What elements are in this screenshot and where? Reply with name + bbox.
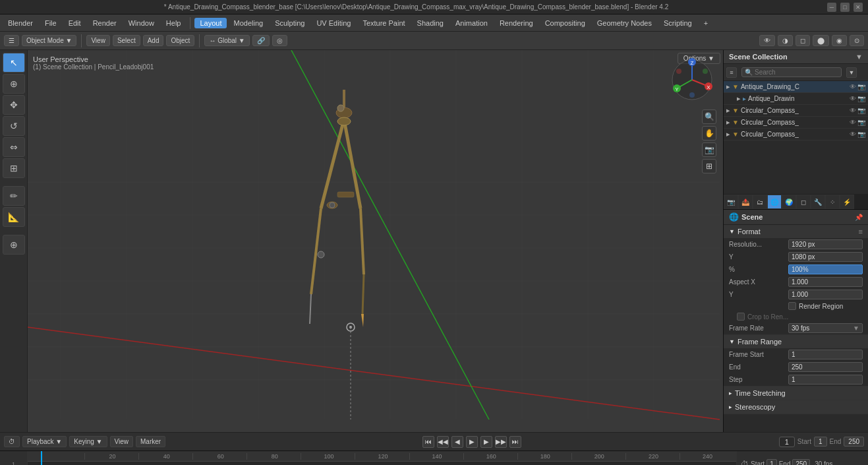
prop-tab-object[interactable]: ◻: [796, 195, 811, 209]
select-menu[interactable]: Select: [113, 35, 140, 46]
xray-button[interactable]: ◑: [778, 35, 793, 46]
next-keyframe-button[interactable]: ▶▶: [495, 436, 507, 448]
menu-modeling[interactable]: Modeling: [228, 18, 268, 28]
transform-tool-button[interactable]: ⊞: [3, 158, 25, 178]
camera-icon[interactable]: 📷: [857, 83, 865, 90]
skip-back-button[interactable]: ⏮: [422, 436, 434, 448]
prev-keyframe-button[interactable]: ◀◀: [437, 436, 449, 448]
next-frame-button[interactable]: ▶: [480, 436, 492, 448]
stereoscopy-header[interactable]: ▸ Stereoscopy: [724, 400, 868, 414]
outliner-item-scene[interactable]: ▸ ▼ Antique_Drawing_C 👁 📷: [724, 81, 868, 93]
eye-icon[interactable]: 👁: [850, 83, 856, 90]
pan-button[interactable]: ✋: [702, 126, 716, 140]
skip-forward-button[interactable]: ⏭: [509, 436, 521, 448]
menu-sculpting[interactable]: Sculpting: [270, 18, 310, 28]
resolution-x-value[interactable]: 1920 px: [788, 239, 863, 249]
prop-tab-view-layer[interactable]: 🗂: [753, 195, 767, 209]
viewport-shading-wire[interactable]: ◻: [796, 35, 810, 46]
prop-tab-modifier[interactable]: 🔧: [811, 195, 825, 209]
close-button[interactable]: ✕: [854, 3, 863, 12]
menu-blender[interactable]: Blender: [3, 18, 38, 28]
pin-icon[interactable]: 📌: [855, 214, 863, 221]
menu-animation[interactable]: Animation: [450, 18, 493, 28]
outliner-search-input[interactable]: [755, 69, 838, 76]
menu-edit[interactable]: Edit: [63, 18, 86, 28]
grid-view-button[interactable]: ⊞: [702, 159, 716, 173]
timeline-track-area[interactable]: [28, 462, 736, 465]
eye-icon-3[interactable]: 👁: [850, 107, 856, 114]
time-stretching-header[interactable]: ▸ Time Stretching: [724, 387, 868, 400]
prop-tab-scene[interactable]: 🌐: [767, 195, 782, 209]
prop-tab-render[interactable]: 📷: [724, 195, 738, 209]
start-frame-val[interactable]: 1: [767, 459, 777, 465]
menu-layout[interactable]: Layout: [194, 18, 227, 28]
view-menu[interactable]: View: [86, 35, 110, 46]
outliner-display-mode[interactable]: ≡: [726, 67, 737, 78]
keying-menu[interactable]: Keying ▼: [69, 436, 107, 447]
prop-tab-output[interactable]: 📤: [738, 195, 753, 209]
menu-window[interactable]: Window: [123, 18, 159, 28]
minimize-button[interactable]: ─: [827, 3, 836, 12]
camera-icon-4[interactable]: 📷: [857, 119, 865, 126]
frame-range-header[interactable]: ▼ Frame Range: [724, 335, 868, 348]
viewport-shading-render[interactable]: ⊙: [850, 35, 864, 46]
menu-geometry-nodes[interactable]: Geometry Nodes: [592, 18, 657, 28]
start-frame-field[interactable]: 1: [814, 437, 827, 447]
outliner-filter-button[interactable]: ▼: [846, 67, 857, 78]
menu-uv-editing[interactable]: UV Editing: [311, 18, 356, 28]
move-tool-button[interactable]: ✥: [3, 95, 25, 115]
editor-type-button[interactable]: ☰: [4, 35, 19, 46]
eye-icon-2[interactable]: 👁: [850, 95, 856, 102]
eye-icon-5[interactable]: 👁: [850, 131, 856, 138]
viewport[interactable]: User Perspective (1) Scene Collection | …: [28, 50, 723, 432]
playback-menu[interactable]: Playback ▼: [22, 436, 67, 447]
camera-view-button[interactable]: 📷: [702, 142, 716, 157]
frame-rate-value[interactable]: 30 fps ▼: [788, 323, 863, 333]
prop-tab-particle[interactable]: ⁘: [825, 195, 840, 209]
camera-icon-3[interactable]: 📷: [857, 107, 865, 114]
end-frame-field[interactable]: 250: [844, 437, 864, 447]
add-menu[interactable]: Add: [143, 35, 164, 46]
timeline-cursor[interactable]: [41, 451, 42, 465]
outliner-item-antique[interactable]: ▸ ▸ Antique_Drawin 👁 📷: [724, 93, 868, 105]
timeline-main[interactable]: 20 40 60 80 100 120 140 160 180 200 220 …: [28, 451, 736, 465]
outliner-item-circular-3[interactable]: ▸ ▼ Circular_Compass_ 👁 📷: [724, 129, 868, 140]
camera-icon-5[interactable]: 📷: [857, 131, 865, 138]
timeline-editor-type[interactable]: ⏱: [4, 436, 20, 447]
annotate-tool-button[interactable]: ✏: [3, 186, 25, 206]
prop-tab-physics[interactable]: ⚡: [840, 195, 854, 209]
add-cube-button[interactable]: ⊕: [3, 235, 25, 255]
outliner-filter-icon[interactable]: ▼: [855, 53, 863, 61]
rotate-tool-button[interactable]: ↺: [3, 116, 25, 136]
frame-start-value[interactable]: 1: [788, 350, 863, 359]
menu-rendering[interactable]: Rendering: [494, 18, 538, 28]
resolution-percent-value[interactable]: 100%: [788, 264, 863, 274]
menu-help[interactable]: Help: [161, 18, 187, 28]
prev-frame-button[interactable]: ◀: [451, 436, 463, 448]
viewport-shading-solid[interactable]: ⬤: [813, 35, 829, 46]
measure-tool-button[interactable]: 📐: [3, 207, 25, 227]
menu-texture-paint[interactable]: Texture Paint: [357, 18, 410, 28]
menu-add-workspace[interactable]: +: [699, 18, 713, 28]
menu-render[interactable]: Render: [88, 18, 122, 28]
crop-render-checkbox[interactable]: [737, 313, 745, 321]
frame-end-value[interactable]: 250: [788, 362, 863, 372]
camera-icon-2[interactable]: 📷: [857, 95, 865, 102]
aspect-y-value[interactable]: 1.000: [788, 290, 863, 299]
menu-shading[interactable]: Shading: [412, 18, 449, 28]
menu-compositing[interactable]: Compositing: [540, 18, 591, 28]
frame-step-value[interactable]: 1: [788, 375, 863, 385]
outliner-item-circular-2[interactable]: ▸ ▼ Circular_Compass_ 👁 📷: [724, 117, 868, 129]
eye-icon-4[interactable]: 👁: [850, 119, 856, 126]
transform-dropdown[interactable]: ↔ Global ▼: [204, 35, 249, 46]
object-menu[interactable]: Object: [166, 35, 194, 46]
outliner-item-circular-1[interactable]: ▸ ▼ Circular_Compass_ 👁 📷: [724, 105, 868, 117]
snap-button[interactable]: 🔗: [252, 35, 270, 46]
render-region-checkbox[interactable]: [788, 302, 796, 310]
view-menu-timeline[interactable]: View: [110, 436, 134, 447]
menu-scripting[interactable]: Scripting: [658, 18, 697, 28]
select-tool-button[interactable]: ↖: [3, 53, 25, 73]
maximize-button[interactable]: □: [840, 3, 850, 12]
play-button[interactable]: ▶: [466, 436, 478, 448]
cursor-tool-button[interactable]: ⊕: [3, 74, 25, 94]
